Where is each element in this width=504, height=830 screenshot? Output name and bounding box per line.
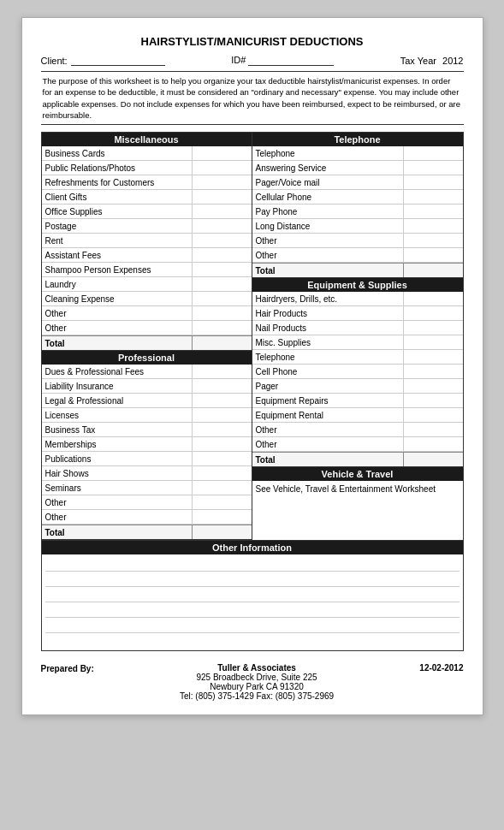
list-item: Other (42, 321, 252, 335)
prepared-by: Prepared By: (41, 663, 94, 673)
list-item: Business Tax (42, 423, 252, 437)
telephone-header: Telephone (252, 133, 463, 146)
info-line[interactable] (45, 556, 460, 572)
left-column: Miscellaneous Business Cards Public Rela… (42, 133, 252, 540)
list-item: Other (42, 510, 252, 525)
other-info-section: Other Information (41, 541, 464, 651)
other-info-header: Other Information (42, 541, 463, 554)
info-line[interactable] (45, 602, 460, 618)
info-line[interactable] (45, 587, 460, 602)
list-item: Other (252, 423, 463, 437)
list-item: Postage (42, 219, 252, 234)
professional-header: Professional (42, 351, 252, 365)
list-item: Cleaning Expense (42, 292, 252, 306)
footer: Prepared By: Tuller & Associates 925 Bro… (41, 663, 464, 701)
main-table: Miscellaneous Business Cards Public Rela… (41, 132, 464, 541)
info-line[interactable] (45, 618, 460, 633)
list-item: Office Supplies (42, 205, 252, 219)
list-item: Laundry (42, 277, 252, 292)
list-item: Other (252, 248, 463, 263)
list-item: Dues & Professional Fees (42, 365, 252, 379)
vehicle-note-row: See Vehicle, Travel & Entertainment Work… (252, 481, 463, 497)
list-item: Memberships (42, 437, 252, 452)
list-item: Cell Phone (252, 365, 463, 379)
list-item: Refreshments for Customers (42, 175, 252, 190)
miscellaneous-total: Total (42, 335, 252, 351)
list-item: Other (252, 234, 463, 248)
right-column: Telephone Telephone Answering Service Pa… (252, 133, 463, 540)
info-line[interactable] (45, 633, 460, 649)
client-section: Client: (41, 55, 165, 66)
list-item: Nail Products (252, 321, 463, 335)
list-item: Hair Products (252, 306, 463, 321)
tax-year-value: 2012 (442, 56, 463, 66)
miscellaneous-header: Miscellaneous (42, 133, 252, 146)
list-item: Equipment Rental (252, 408, 463, 423)
list-item: Pager (252, 379, 463, 394)
list-item: Client Gifts (42, 190, 252, 205)
client-label: Client: (41, 56, 68, 66)
list-item: Other (42, 495, 252, 510)
other-info-lines (42, 554, 463, 650)
list-item: Telephone (252, 146, 463, 161)
list-item: Public Relations/Photos (42, 161, 252, 175)
list-item: Telephone (252, 350, 463, 365)
footer-date: 12-02-2012 (419, 663, 463, 673)
list-item: Other (252, 437, 463, 452)
list-item: Pay Phone (252, 205, 463, 219)
footer-firm: Tuller & Associates 925 Broadbeck Drive,… (180, 663, 334, 701)
header-row: Client: ID# Tax Year 2012 (41, 55, 464, 66)
info-line[interactable] (45, 572, 460, 587)
list-item: Business Cards (42, 146, 252, 161)
client-field[interactable] (71, 55, 165, 66)
id-section: ID# (231, 55, 334, 66)
equipment-total: Total (252, 452, 463, 467)
list-item: Publications (42, 452, 252, 466)
list-item: Hair Shows (42, 466, 252, 481)
list-item: Seminars (42, 481, 252, 495)
list-item: Answering Service (252, 161, 463, 175)
description-box: The purpose of this worksheet is to help… (41, 71, 464, 125)
id-label: ID# (231, 55, 246, 65)
id-field[interactable] (248, 55, 334, 66)
list-item: Assistant Fees (42, 248, 252, 263)
list-item: Equipment Repairs (252, 394, 463, 408)
list-item: Other (42, 306, 252, 321)
equipment-header: Equipment & Supplies (252, 278, 463, 292)
vehicle-header: Vehicle & Travel (252, 467, 463, 481)
list-item: Cellular Phone (252, 190, 463, 205)
telephone-total: Total (252, 263, 463, 278)
list-item: Liability Insurance (42, 379, 252, 394)
professional-total: Total (42, 525, 252, 540)
list-item: Licenses (42, 408, 252, 423)
document: HAIRSTYLIST/MANICURIST DEDUCTIONS Client… (21, 17, 483, 715)
list-item: Long Distance (252, 219, 463, 234)
list-item: Hairdryers, Drills, etc. (252, 292, 463, 306)
list-item: Legal & Professional (42, 394, 252, 408)
page-title: HAIRSTYLIST/MANICURIST DEDUCTIONS (41, 35, 464, 48)
list-item: Pager/Voice mail (252, 175, 463, 190)
list-item: Misc. Supplies (252, 335, 463, 350)
tax-year-label: Tax Year (400, 56, 436, 66)
tax-year-section: Tax Year 2012 (400, 56, 464, 66)
list-item: Rent (42, 234, 252, 248)
list-item: Shampoo Person Expenses (42, 263, 252, 277)
